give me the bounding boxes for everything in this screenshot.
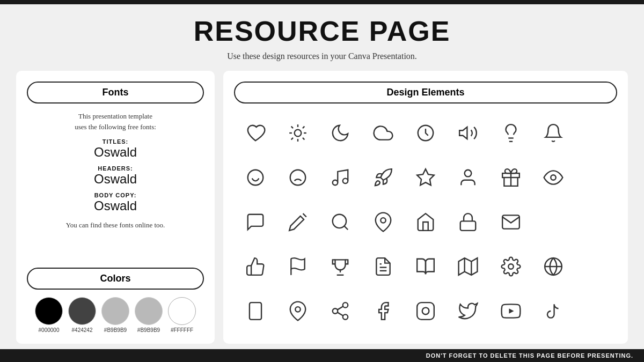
twitter-icon	[449, 301, 487, 321]
svg-point-46	[333, 308, 338, 314]
cards-row: Fonts This presentation templateuses the…	[16, 71, 628, 344]
font-entry-body: BODY COPY: Oswald	[27, 192, 204, 213]
svg-point-22	[465, 170, 472, 177]
svg-point-16	[290, 170, 306, 186]
color-circle-dark	[68, 297, 96, 325]
svg-point-39	[508, 264, 514, 269]
color-hex-mid: #B9B9B9	[104, 327, 127, 333]
color-circle-white	[168, 297, 196, 325]
home-icon	[406, 212, 444, 232]
empty-6	[577, 301, 615, 321]
font-entry-titles: TITLES: Oswald	[27, 138, 204, 160]
globe-icon	[534, 256, 572, 277]
svg-rect-50	[417, 302, 434, 320]
svg-point-19	[333, 180, 338, 186]
flag-icon	[279, 256, 317, 277]
star-icon	[406, 167, 444, 188]
icons-grid	[234, 111, 617, 333]
colors-label: Colors	[27, 268, 204, 290]
trophy-icon	[321, 256, 360, 277]
svg-line-6	[303, 138, 304, 139]
svg-marker-36	[459, 258, 478, 275]
chat-icon	[236, 212, 274, 232]
color-hex-black: #000000	[39, 327, 60, 333]
pin-icon	[364, 212, 402, 232]
right-card: Design Elements	[223, 71, 628, 344]
gift-icon	[492, 167, 530, 188]
svg-point-25	[551, 175, 556, 180]
music-icon	[321, 167, 360, 188]
book-icon	[406, 256, 444, 277]
tiktok-icon	[534, 301, 572, 321]
color-hex-light: #B9B9B9	[137, 327, 160, 333]
fonts-description: This presentation templateuses the follo…	[27, 111, 204, 132]
empty-2	[577, 167, 615, 188]
empty-5	[577, 256, 615, 277]
frown-icon	[279, 167, 317, 188]
font-name-titles: Oswald	[27, 145, 204, 160]
svg-line-48	[338, 312, 343, 315]
svg-marker-52	[509, 308, 514, 314]
svg-marker-21	[417, 169, 434, 185]
color-swatch-dark: #424242	[68, 297, 96, 333]
settings-icon	[492, 256, 530, 277]
lightbulb-icon	[492, 123, 530, 143]
smile-icon	[236, 167, 274, 188]
left-card: Fonts This presentation templateuses the…	[16, 71, 215, 344]
svg-line-8	[291, 138, 293, 139]
font-name-headers: Oswald	[27, 172, 204, 187]
color-circle-light	[135, 297, 163, 325]
youtube-icon	[492, 301, 530, 321]
search-icon	[321, 212, 360, 232]
fonts-label: Fonts	[27, 82, 204, 104]
svg-point-47	[343, 314, 348, 320]
font-name-body: Oswald	[27, 198, 204, 213]
color-circle-mid	[101, 297, 129, 325]
svg-line-7	[303, 127, 304, 128]
design-elements-label: Design Elements	[234, 82, 617, 104]
map-icon	[449, 256, 487, 277]
heart-icon	[236, 123, 274, 143]
font-label-headers: HEADERS:	[27, 165, 204, 172]
color-swatch-black: #000000	[35, 297, 63, 333]
svg-line-49	[338, 306, 343, 309]
moon-icon	[321, 123, 360, 143]
rocket-icon	[364, 167, 402, 188]
phone-icon	[236, 301, 274, 321]
svg-point-27	[333, 215, 346, 228]
eye-icon	[534, 167, 572, 188]
font-label-titles: TITLES:	[27, 138, 204, 145]
bottom-note: DON'T FORGET TO DELETE THIS PAGE BEFORE …	[0, 349, 644, 362]
color-circle-black	[35, 297, 63, 325]
empty-3	[534, 212, 572, 232]
svg-rect-30	[460, 221, 476, 230]
subtitle: Use these design resources in your Canva…	[227, 51, 417, 61]
clock-icon	[406, 123, 444, 143]
location-icon	[279, 301, 317, 321]
svg-point-0	[295, 130, 302, 137]
facebook-icon	[364, 301, 402, 321]
svg-point-44	[295, 307, 301, 312]
svg-point-20	[343, 179, 348, 184]
person-icon	[449, 167, 487, 188]
color-swatches: #000000 #424242 #B9B9B9 #B9B9B9	[27, 297, 204, 333]
color-swatch-white: #FFFFFF	[168, 297, 196, 333]
svg-marker-10	[459, 127, 467, 139]
bell-icon	[534, 123, 572, 143]
main-content: RESOURCE PAGE Use these design resources…	[0, 4, 644, 349]
sun-icon	[279, 123, 317, 143]
pencil-icon	[279, 212, 317, 232]
top-bar	[0, 0, 644, 4]
svg-point-29	[380, 218, 386, 223]
colors-section: Colors #000000 #424242 #B9B9B9	[27, 268, 204, 333]
share-icon	[321, 301, 360, 321]
svg-line-26	[303, 213, 306, 217]
envelope-icon	[492, 212, 530, 232]
megaphone-icon	[449, 123, 487, 143]
svg-point-13	[247, 170, 263, 186]
document-icon	[364, 256, 402, 277]
instagram-icon	[406, 301, 444, 321]
page-title: RESOURCE PAGE	[194, 15, 451, 47]
empty-4	[577, 212, 615, 232]
svg-line-5	[291, 127, 293, 128]
